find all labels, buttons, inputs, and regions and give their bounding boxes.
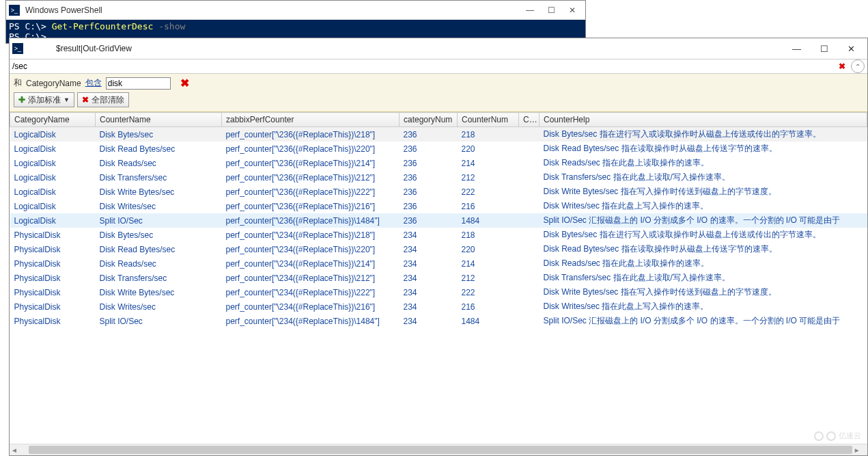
- clear-all-label: 全部清除: [92, 94, 124, 106]
- cell: Disk Bytes/sec: [96, 127, 222, 142]
- gv-maximize-icon[interactable]: ☐: [820, 44, 828, 54]
- cell: Disk Bytes/sec: [96, 228, 222, 242]
- cell: Split IO/Sec: [96, 213, 222, 228]
- table-row[interactable]: LogicalDiskDisk Read Bytes/secperf_count…: [10, 142, 867, 156]
- table-row[interactable]: PhysicalDiskSplit IO/Secperf_counter["\2…: [10, 314, 867, 328]
- cell: LogicalDisk: [10, 213, 96, 228]
- cell: 236: [400, 127, 458, 142]
- cell: Disk Write Bytes/sec: [96, 285, 222, 299]
- cell: 214: [458, 256, 519, 271]
- table-row[interactable]: PhysicalDiskDisk Reads/secperf_counter["…: [10, 256, 867, 271]
- cell: 1484: [458, 213, 519, 228]
- cell: 214: [458, 156, 519, 170]
- cell: PhysicalDisk: [10, 242, 96, 256]
- horizontal-scrollbar[interactable]: ◄ ►: [10, 444, 867, 455]
- col-counterhelp[interactable]: CounterHelp: [540, 113, 867, 127]
- cell: 236: [400, 142, 458, 156]
- cell: LogicalDisk: [10, 199, 96, 213]
- table-row[interactable]: LogicalDiskDisk Transfers/secperf_counte…: [10, 170, 867, 185]
- cell: Disk Bytes/sec 指在进行写入或读取操作时从磁盘上传送或传出的字节速…: [540, 228, 867, 242]
- cell: Disk Read Bytes/sec: [96, 142, 222, 156]
- add-criteria-button[interactable]: ✚ 添加标准 ▼: [14, 92, 74, 107]
- table-row[interactable]: PhysicalDiskDisk Writes/secperf_counter[…: [10, 299, 867, 314]
- col-c[interactable]: C...: [519, 113, 540, 127]
- collapse-filter-icon[interactable]: ⌃: [851, 59, 865, 73]
- clear-all-button[interactable]: ✖ 全部清除: [77, 92, 129, 107]
- cell: Disk Writes/sec: [96, 199, 222, 213]
- table-row[interactable]: LogicalDiskSplit IO/Secperf_counter["\23…: [10, 213, 867, 228]
- data-grid[interactable]: CategoryName CounterName zabbixPerfCount…: [10, 112, 867, 444]
- cell: 234: [400, 314, 458, 328]
- cell: perf_counter["\234({#ReplaceThis})\214"]: [222, 256, 400, 271]
- cell: [519, 242, 540, 256]
- cell: perf_counter["\234({#ReplaceThis})\220"]: [222, 242, 400, 256]
- cell: Disk Reads/sec 指在此盘上读取操作的速率。: [540, 256, 867, 271]
- cell: perf_counter["\236({#ReplaceThis})\212"]: [222, 170, 400, 185]
- gv-close-icon[interactable]: ✕: [848, 44, 855, 54]
- ps-maximize-icon[interactable]: ☐: [548, 5, 555, 15]
- scroll-left-icon[interactable]: ◄: [10, 446, 19, 454]
- cell: PhysicalDisk: [10, 228, 96, 242]
- filter-value-input[interactable]: [106, 77, 171, 90]
- cell: [519, 170, 540, 185]
- cell: Disk Transfers/sec 指在此盘上读取/写入操作速率。: [540, 170, 867, 185]
- filter-field: CategoryName: [26, 79, 81, 88]
- cell: perf_counter["\234({#ReplaceThis})\222"]: [222, 285, 400, 299]
- cell: perf_counter["\236({#ReplaceThis})\222"]: [222, 185, 400, 199]
- cell: perf_counter["\236({#ReplaceThis})\214"]: [222, 156, 400, 170]
- cell: LogicalDisk: [10, 156, 96, 170]
- cell: Split IO/Sec 汇报磁盘上的 I/O 分割成多个 I/O 的速率。一个…: [540, 213, 867, 228]
- cell: 222: [458, 285, 519, 299]
- gv-minimize-icon[interactable]: —: [792, 44, 801, 54]
- cell: perf_counter["\236({#ReplaceThis})\216"]: [222, 199, 400, 213]
- table-row[interactable]: LogicalDiskDisk Bytes/secperf_counter["\…: [10, 127, 867, 142]
- cell: [519, 299, 540, 314]
- filter-op-link[interactable]: 包含: [85, 77, 102, 89]
- powershell-icon: >_: [9, 5, 20, 16]
- cell: 236: [400, 170, 458, 185]
- add-criteria-label: 添加标准: [28, 94, 61, 106]
- cell: 212: [458, 170, 519, 185]
- table-row[interactable]: PhysicalDiskDisk Write Bytes/secperf_cou…: [10, 285, 867, 299]
- cell: [519, 228, 540, 242]
- col-categorynum[interactable]: categoryNum: [400, 113, 458, 127]
- table-row[interactable]: PhysicalDiskDisk Bytes/secperf_counter["…: [10, 228, 867, 242]
- cell: Split IO/Sec 汇报磁盘上的 I/O 分割成多个 I/O 的速率。一个…: [540, 314, 867, 328]
- ps-command: Get-PerfCounterDesc: [52, 21, 154, 31]
- cell: 220: [458, 142, 519, 156]
- col-countername[interactable]: CounterName: [96, 113, 222, 127]
- scroll-right-icon[interactable]: ►: [852, 446, 862, 454]
- cell: 236: [400, 156, 458, 170]
- ps-close-icon[interactable]: ✕: [569, 5, 576, 15]
- table-row[interactable]: LogicalDiskDisk Write Bytes/secperf_coun…: [10, 185, 867, 199]
- cell: perf_counter["\234({#ReplaceThis})\1484"…: [222, 314, 400, 328]
- search-input[interactable]: [10, 59, 836, 73]
- cell: Disk Writes/sec 指在此盘上写入操作的速率。: [540, 299, 867, 314]
- table-row[interactable]: PhysicalDiskDisk Read Bytes/secperf_coun…: [10, 242, 867, 256]
- filter-and-label: 和: [14, 77, 22, 89]
- col-counternum[interactable]: CounterNum: [458, 113, 519, 127]
- cell: 236: [400, 213, 458, 228]
- cell: Disk Write Bytes/sec: [96, 185, 222, 199]
- cell: perf_counter["\234({#ReplaceThis})\212"]: [222, 271, 400, 285]
- cell: Disk Write Bytes/sec 指在写入操作时传送到磁盘上的字节速度。: [540, 285, 867, 299]
- cell: Disk Reads/sec: [96, 156, 222, 170]
- cell: 1484: [458, 314, 519, 328]
- powershell-titlebar[interactable]: >_ Windows PowerShell — ☐ ✕: [6, 1, 585, 20]
- remove-filter-icon[interactable]: ✖: [180, 77, 189, 90]
- cell: Disk Read Bytes/sec 指在读取操作时从磁盘上传送字节的速率。: [540, 142, 867, 156]
- col-categoryname[interactable]: CategoryName: [10, 113, 96, 127]
- ps-minimize-icon[interactable]: —: [526, 5, 534, 15]
- table-row[interactable]: LogicalDiskDisk Reads/secperf_counter["\…: [10, 156, 867, 170]
- cell: LogicalDisk: [10, 142, 96, 156]
- gridview-titlebar[interactable]: >_ $result|Out-GridView — ☐ ✕: [10, 38, 867, 59]
- header-row[interactable]: CategoryName CounterName zabbixPerfCount…: [10, 113, 867, 127]
- cell: [519, 285, 540, 299]
- cell: [519, 256, 540, 271]
- clear-search-icon[interactable]: ✖: [836, 62, 848, 71]
- col-zabbixperfcounter[interactable]: zabbixPerfCounter: [222, 113, 400, 127]
- table-row[interactable]: LogicalDiskDisk Writes/secperf_counter["…: [10, 199, 867, 213]
- cell: perf_counter["\236({#ReplaceThis})\218"]: [222, 127, 400, 142]
- table-row[interactable]: PhysicalDiskDisk Transfers/secperf_count…: [10, 271, 867, 285]
- scroll-thumb[interactable]: [29, 446, 852, 454]
